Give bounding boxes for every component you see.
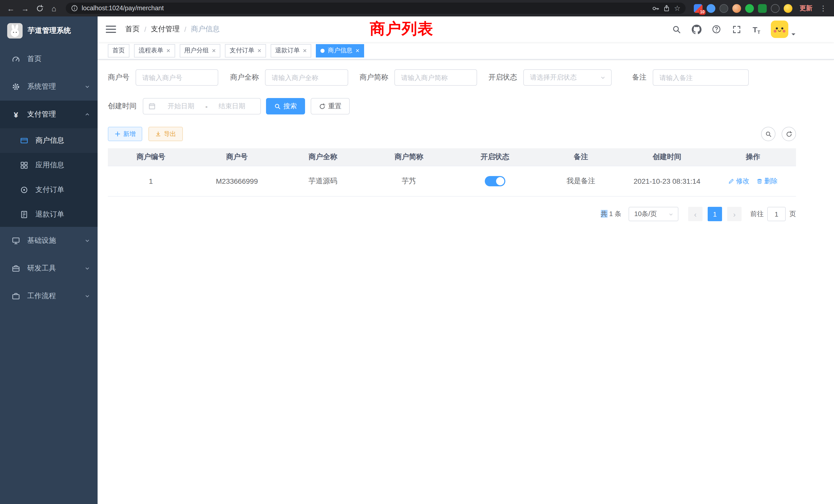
next-page-button[interactable]: › <box>727 207 742 221</box>
sidebar-item-system[interactable]: 系统管理 <box>0 73 97 100</box>
browser-toolbar: ← → ⌂ localhost:1024/pay/merchant ☆ 10 <box>0 0 834 17</box>
table-toolbar: 新增 导出 <box>108 127 796 141</box>
add-button[interactable]: 新增 <box>108 127 142 141</box>
extension-icon[interactable] <box>732 4 741 13</box>
github-icon[interactable] <box>691 24 702 35</box>
search-icon[interactable] <box>671 24 682 35</box>
sidebar-label: 首页 <box>27 54 42 64</box>
edit-link[interactable]: 修改 <box>728 177 749 186</box>
table-tools <box>761 127 796 141</box>
merchant-no-input[interactable] <box>136 69 218 86</box>
date-range-picker[interactable]: 开始日期 - 结束日期 <box>143 98 261 114</box>
browser-menu-icon[interactable]: ⋮ <box>816 2 830 14</box>
main-area: 首页 / 支付管理 / 商户信息 <box>97 17 834 504</box>
tag-home[interactable]: 首页 <box>108 44 129 57</box>
share-icon[interactable] <box>663 5 671 12</box>
cell-id: 1 <box>108 166 194 196</box>
sidebar-item-merchant-info[interactable]: 商户信息 <box>0 128 97 153</box>
extension-icon[interactable]: 10 <box>694 4 703 13</box>
tab-close-icon[interactable]: × <box>167 47 170 54</box>
extension-icon[interactable] <box>758 4 767 13</box>
tab-close-icon[interactable]: × <box>356 47 359 54</box>
tag-pay-order[interactable]: 支付订单 × <box>225 44 266 57</box>
export-button[interactable]: 导出 <box>148 127 183 141</box>
site-info-icon[interactable] <box>71 5 78 12</box>
page-content: 商户号 商户全称 商户简称 开启状态 请选择开启状态 备注 <box>97 60 834 221</box>
date-start[interactable]: 开始日期 <box>158 101 204 111</box>
sidebar-item-infrastructure[interactable]: 基础设施 <box>0 227 97 255</box>
sidebar-item-devtools[interactable]: 研发工具 <box>0 255 97 282</box>
app-title: 芋道管理系统 <box>28 26 71 36</box>
breadcrumb-home[interactable]: 首页 <box>125 25 140 34</box>
pagination-total: 共 1 条 <box>600 209 621 219</box>
dashboard-icon <box>11 55 21 63</box>
tab-close-icon[interactable]: × <box>303 47 307 54</box>
extension-icon[interactable] <box>745 4 754 13</box>
sidebar-item-home[interactable]: 首页 <box>0 45 97 73</box>
breadcrumb-separator: / <box>184 25 186 33</box>
sidebar: 芋道管理系统 首页 系统管理 ¥ 支付管理 <box>0 17 97 504</box>
status-select[interactable]: 请选择开启状态 <box>523 69 612 86</box>
short-name-input[interactable] <box>394 69 477 86</box>
extension-icon[interactable] <box>771 4 780 13</box>
sidebar-item-app-info[interactable]: 应用信息 <box>0 153 97 178</box>
chevron-up-icon <box>84 111 90 117</box>
caret-down-icon <box>791 32 796 37</box>
top-navbar: 首页 / 支付管理 / 商户信息 <box>97 17 834 42</box>
show-search-toggle-button[interactable] <box>761 127 775 141</box>
tag-user-group[interactable]: 用户分组 × <box>179 44 220 57</box>
fullscreen-icon[interactable] <box>731 24 742 35</box>
prev-page-button[interactable]: ‹ <box>688 207 703 221</box>
merchant-table: 商户编号 商户号 商户全称 商户简称 开启状态 备注 创建时间 操作 1 M23… <box>108 148 796 197</box>
pagination: 共 1 条 10条/页 ‹ 1 › 前往 页 <box>108 207 796 221</box>
breadcrumb-current: 商户信息 <box>191 25 220 34</box>
browser-reload-icon[interactable] <box>33 2 46 14</box>
extension-icon[interactable] <box>707 4 716 13</box>
user-menu[interactable] <box>771 21 796 38</box>
remark-input[interactable] <box>653 69 749 86</box>
tag-refund-order[interactable]: 退款订单 × <box>271 44 311 57</box>
page-number-1[interactable]: 1 <box>708 207 722 221</box>
delete-link[interactable]: 删除 <box>757 177 778 186</box>
col-header: 创建时间 <box>624 148 710 166</box>
extension-icon[interactable] <box>784 4 792 13</box>
sidebar-group-payment: ¥ 支付管理 商户信息 应用信息 <box>0 100 97 227</box>
reset-button[interactable]: 重置 <box>311 98 350 114</box>
browser-home-icon[interactable]: ⌂ <box>47 2 61 14</box>
goto-page-input[interactable] <box>767 207 786 221</box>
password-key-icon[interactable] <box>652 4 660 12</box>
table-row: 1 M233666999 芋道源码 芋艿 我是备注 2021-10-23 08:… <box>108 166 796 197</box>
sidebar-label: 支付订单 <box>36 185 64 194</box>
cell-status <box>452 166 538 196</box>
breadcrumb-separator: / <box>144 25 146 33</box>
sidebar-item-refund-order[interactable]: 退款订单 <box>0 202 97 227</box>
tag-merchant-info[interactable]: 商户信息 × <box>316 44 364 57</box>
tab-close-icon[interactable]: × <box>212 47 216 54</box>
cell-create-time: 2021-10-23 08:31:14 <box>624 166 710 196</box>
date-end[interactable]: 结束日期 <box>208 101 255 111</box>
sidebar-item-payment[interactable]: ¥ 支付管理 <box>0 100 97 128</box>
font-size-icon[interactable]: TT <box>751 24 762 35</box>
sidebar-item-pay-order[interactable]: 支付订单 <box>0 178 97 202</box>
avatar <box>771 21 788 38</box>
tag-process-form[interactable]: 流程表单 × <box>134 44 175 57</box>
browser-back-icon[interactable]: ← <box>4 2 18 14</box>
bookmark-star-icon[interactable]: ☆ <box>674 4 680 12</box>
extension-icon[interactable] <box>720 4 728 13</box>
help-icon[interactable] <box>711 24 722 35</box>
page-size-select[interactable]: 10条/页 <box>629 207 678 221</box>
app-logo[interactable]: 芋道管理系统 <box>0 17 97 45</box>
hamburger-icon[interactable] <box>106 26 116 33</box>
breadcrumb-section[interactable]: 支付管理 <box>151 25 180 34</box>
address-bar[interactable]: localhost:1024/pay/merchant ☆ <box>66 3 686 14</box>
search-button[interactable]: 搜索 <box>266 98 305 114</box>
tab-close-icon[interactable]: × <box>257 47 261 54</box>
cell-remark: 我是备注 <box>538 166 624 196</box>
status-toggle[interactable] <box>485 176 505 186</box>
browser-forward-icon[interactable]: → <box>19 2 32 14</box>
full-name-input[interactable] <box>265 69 348 86</box>
refresh-table-button[interactable] <box>782 127 796 141</box>
browser-update-button[interactable]: 更新 <box>799 4 812 13</box>
sidebar-label: 工作流程 <box>27 292 56 301</box>
sidebar-item-workflow[interactable]: 工作流程 <box>0 282 97 310</box>
